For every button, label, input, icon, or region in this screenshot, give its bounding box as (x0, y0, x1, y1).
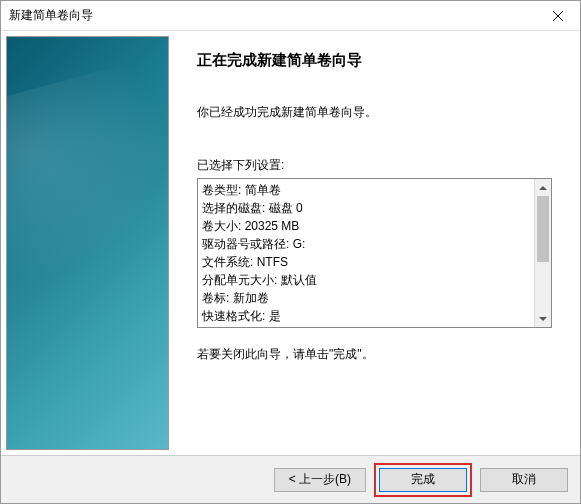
back-button[interactable]: < 上一步(B) (274, 468, 366, 492)
wizard-sidebar-image (6, 36, 169, 450)
scroll-up-button[interactable] (535, 179, 551, 196)
settings-label: 已选择下列设置: (197, 157, 552, 174)
finish-highlight: 完成 (374, 463, 472, 497)
close-icon (553, 11, 563, 21)
svg-marker-2 (539, 186, 547, 190)
button-bar: < 上一步(B) 完成 取消 (1, 455, 580, 503)
scroll-down-button[interactable] (535, 310, 551, 327)
content-area: 正在完成新建简单卷向导 你已经成功完成新建简单卷向导。 已选择下列设置: 卷类型… (1, 31, 580, 455)
page-heading: 正在完成新建简单卷向导 (197, 51, 552, 70)
settings-listbox[interactable]: 卷类型: 简单卷 选择的磁盘: 磁盘 0 卷大小: 20325 MB 驱动器号或… (197, 178, 552, 328)
finish-button[interactable]: 完成 (379, 468, 467, 492)
wizard-window: 新建简单卷向导 正在完成新建简单卷向导 你已经成功完成新建简单卷向导。 已选择下… (0, 0, 581, 504)
instruction-text: 若要关闭此向导，请单击"完成"。 (197, 346, 552, 363)
scroll-track[interactable] (535, 196, 551, 310)
window-title: 新建简单卷向导 (9, 7, 93, 24)
description-text: 你已经成功完成新建简单卷向导。 (197, 104, 552, 121)
svg-marker-3 (539, 317, 547, 321)
cancel-button[interactable]: 取消 (480, 468, 568, 492)
chevron-up-icon (539, 186, 547, 190)
settings-content: 卷类型: 简单卷 选择的磁盘: 磁盘 0 卷大小: 20325 MB 驱动器号或… (198, 179, 534, 327)
close-button[interactable] (535, 1, 580, 30)
chevron-down-icon (539, 317, 547, 321)
scrollbar[interactable] (534, 179, 551, 327)
scroll-thumb[interactable] (537, 196, 549, 262)
titlebar: 新建简单卷向导 (1, 1, 580, 31)
main-panel: 正在完成新建简单卷向导 你已经成功完成新建简单卷向导。 已选择下列设置: 卷类型… (169, 31, 580, 455)
